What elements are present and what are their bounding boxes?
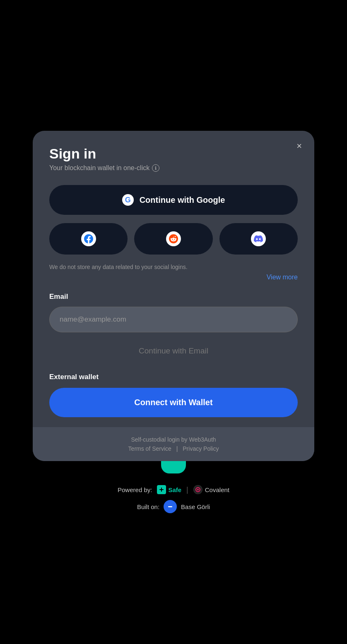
- view-more-link[interactable]: View more: [49, 274, 298, 281]
- safe-label: Safe: [168, 486, 181, 493]
- safe-logo: Safe: [157, 485, 181, 494]
- footer-links: Terms of Service | Privacy Policy: [49, 445, 298, 452]
- corner-accent: [161, 461, 186, 473]
- social-disclaimer: We do not store any data related to your…: [49, 264, 298, 270]
- discord-signin-button[interactable]: [219, 223, 298, 255]
- close-button[interactable]: ×: [295, 140, 304, 152]
- reddit-signin-button[interactable]: [134, 223, 212, 255]
- powered-divider: |: [186, 485, 188, 494]
- covalent-icon: [193, 485, 202, 494]
- modal-footer: Self-custodial login by Web3Auth Terms o…: [33, 427, 314, 461]
- built-on-label: Built on:: [137, 503, 159, 510]
- connect-wallet-button[interactable]: Connect with Wallet: [49, 388, 298, 417]
- svg-rect-5: [168, 506, 172, 507]
- modal-subtitle: Your blockchain wallet in one-click ℹ: [49, 164, 298, 172]
- discord-icon: [251, 231, 266, 246]
- reddit-icon: [166, 231, 181, 246]
- info-icon: ℹ: [152, 164, 159, 172]
- google-logo-icon: G: [122, 194, 134, 206]
- email-input[interactable]: [49, 307, 298, 332]
- powered-label: Powered by:: [118, 486, 152, 493]
- covalent-label: Covalent: [205, 486, 229, 493]
- sign-in-modal: × Sign in Your blockchain wallet in one-…: [33, 131, 314, 461]
- facebook-signin-button[interactable]: [49, 223, 128, 255]
- external-wallet-label: External wallet: [49, 373, 298, 381]
- continue-email-button[interactable]: Continue with Email: [49, 341, 298, 361]
- base-label: Base Görli: [181, 503, 210, 510]
- google-signin-button[interactable]: G Continue with Google: [49, 185, 298, 215]
- footer-separator: |: [176, 445, 178, 452]
- footer-web3auth-text: Self-custodial login by Web3Auth: [49, 436, 298, 443]
- powered-by-bar: Powered by: Safe | Covalent: [118, 485, 229, 494]
- privacy-policy-link[interactable]: Privacy Policy: [183, 445, 219, 452]
- safe-icon: [157, 485, 166, 494]
- terms-of-service-link[interactable]: Terms of Service: [128, 445, 171, 452]
- covalent-logo: Covalent: [193, 485, 229, 494]
- social-buttons-row: [49, 223, 298, 255]
- modal-title: Sign in: [49, 146, 298, 162]
- facebook-icon: [81, 231, 96, 246]
- base-icon: [164, 500, 177, 513]
- built-on-bar: Built on: Base Görli: [137, 500, 210, 513]
- modal-wrapper: × Sign in Your blockchain wallet in one-…: [0, 131, 347, 513]
- email-section-label: Email: [49, 293, 298, 301]
- svg-point-3: [197, 489, 199, 490]
